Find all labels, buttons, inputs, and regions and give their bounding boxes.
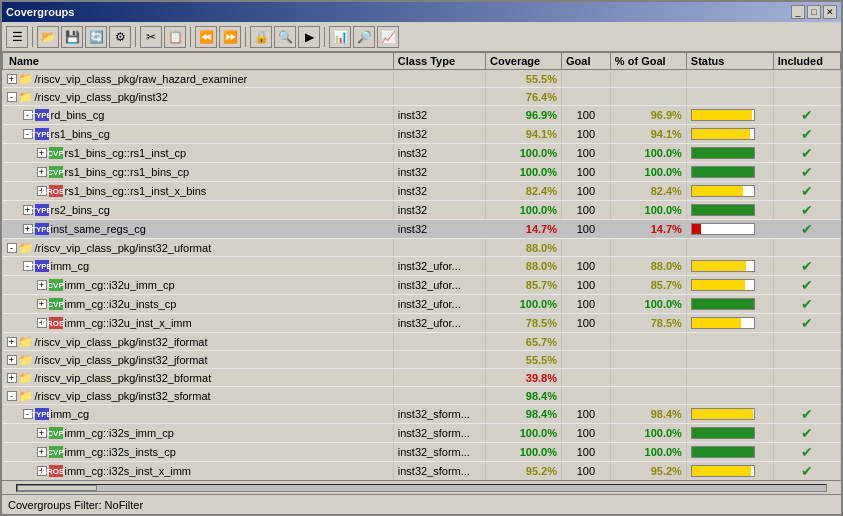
tb-copy-button[interactable]: 📋 (164, 26, 186, 48)
cell-class-type (393, 333, 485, 351)
table-row[interactable]: +📁/riscv_vip_class_pkg/inst32_iformat65.… (3, 333, 841, 351)
tb-redo-button[interactable]: ⏩ (219, 26, 241, 48)
tb-lock-button[interactable]: 🔒 (250, 26, 272, 48)
cell-included (773, 239, 840, 257)
table-row[interactable]: -📁/riscv_vip_class_pkg/inst32_sformat98.… (3, 387, 841, 405)
table-row[interactable]: -TYPEimm_cginst32_sform...98.4%10098.4%✔ (3, 405, 841, 424)
col-header-included[interactable]: Included (773, 53, 840, 70)
expand-button[interactable]: + (37, 148, 47, 158)
check-icon: ✔ (801, 202, 813, 218)
tb-menu-button[interactable]: ☰ (6, 26, 28, 48)
progress-bar (691, 204, 755, 216)
cell-name: +TYPErs2_bins_cg (3, 201, 394, 220)
col-header-status[interactable]: Status (686, 53, 773, 70)
cell-coverage: 78.5% (486, 314, 562, 333)
tb-search-button[interactable]: 🔍 (274, 26, 296, 48)
toolbar: ☰ 📂 💾 🔄 ⚙ ✂ 📋 ⏪ ⏩ 🔒 🔍 ▶ 📊 🔎 📈 (2, 22, 841, 52)
table-row[interactable]: -TYPErd_bins_cginst3296.9%10096.9%✔ (3, 106, 841, 125)
cell-status (686, 220, 773, 239)
tb-cut-button[interactable]: ✂ (140, 26, 162, 48)
table-row[interactable]: -TYPErs1_bins_cginst3294.1%10094.1%✔ (3, 125, 841, 144)
progress-bar (691, 446, 755, 458)
col-header-coverage[interactable]: Coverage (486, 53, 562, 70)
table-row[interactable]: -TYPEimm_cginst32_ufor...88.0%10088.0%✔ (3, 257, 841, 276)
tb-chart-button[interactable]: 📊 (329, 26, 351, 48)
table-row[interactable]: -📁/riscv_vip_class_pkg/inst3276.4% (3, 88, 841, 106)
table-row[interactable]: +TYPEinst_same_regs_cginst3214.7%10014.7… (3, 220, 841, 239)
cell-coverage: 65.7% (486, 333, 562, 351)
table-row[interactable]: +CVPrs1_bins_cg::rs1_inst_cpinst32100.0%… (3, 144, 841, 163)
expand-button[interactable]: + (7, 74, 17, 84)
table-row[interactable]: +TYPErs2_bins_cginst32100.0%100100.0%✔ (3, 201, 841, 220)
expand-button[interactable]: - (7, 243, 17, 253)
tb-run-button[interactable]: ▶ (298, 26, 320, 48)
folder-icon: 📁 (19, 335, 33, 349)
cell-class-type: inst32_ufor... (393, 257, 485, 276)
folder-icon: 📁 (19, 371, 33, 385)
tb-refresh-button[interactable]: 🔄 (85, 26, 107, 48)
table-row[interactable]: +📁/riscv_vip_class_pkg/inst32_jformat55.… (3, 351, 841, 369)
cell-pct-goal: 100.0% (610, 144, 686, 163)
tb-settings-button[interactable]: ⚙ (109, 26, 131, 48)
expand-button[interactable]: + (7, 355, 17, 365)
table-row[interactable]: +CROSSrs1_bins_cg::rs1_inst_x_binsinst32… (3, 182, 841, 201)
tb-save-button[interactable]: 💾 (61, 26, 83, 48)
cell-name: +📁/riscv_vip_class_pkg/inst32_jformat (3, 351, 394, 369)
table-row[interactable]: +CVPimm_cg::i32u_imm_cpinst32_ufor...85.… (3, 276, 841, 295)
table-row[interactable]: +CROSSimm_cg::i32u_inst_x_imminst32_ufor… (3, 314, 841, 333)
expand-button[interactable]: + (37, 428, 47, 438)
minimize-button[interactable]: _ (791, 5, 805, 19)
table-row[interactable]: +CVPimm_cg::i32s_insts_cpinst32_sform...… (3, 443, 841, 462)
cell-class-type: inst32 (393, 201, 485, 220)
cell-coverage: 88.0% (486, 239, 562, 257)
expand-button[interactable]: + (37, 167, 47, 177)
expand-button[interactable]: + (37, 299, 47, 309)
table-row[interactable]: +📁/riscv_vip_class_pkg/raw_hazard_examin… (3, 70, 841, 88)
expand-button[interactable]: + (7, 337, 17, 347)
folder-icon: 📁 (19, 72, 33, 86)
cell-included: ✔ (773, 106, 840, 125)
separator-1 (32, 27, 33, 47)
col-header-name[interactable]: Name (3, 53, 394, 70)
check-icon: ✔ (801, 444, 813, 460)
tb-undo-button[interactable]: ⏪ (195, 26, 217, 48)
cell-pct-goal (610, 88, 686, 106)
cell-name: +CROSSimm_cg::i32u_inst_x_imm (3, 314, 394, 333)
tb-open-button[interactable]: 📂 (37, 26, 59, 48)
close-button[interactable]: ✕ (823, 5, 837, 19)
cell-pct-goal: 100.0% (610, 424, 686, 443)
table-row[interactable]: +CROSSimm_cg::i32s_inst_x_imminst32_sfor… (3, 462, 841, 481)
expand-button[interactable]: - (7, 92, 17, 102)
cell-pct-goal: 95.2% (610, 462, 686, 481)
col-header-class[interactable]: Class Type (393, 53, 485, 70)
scrollbar-track[interactable] (16, 484, 827, 492)
table-row[interactable]: +CVPrs1_bins_cg::rs1_bins_cpinst32100.0%… (3, 163, 841, 182)
expand-button[interactable]: - (7, 391, 17, 401)
expand-button[interactable]: + (37, 447, 47, 457)
scrollbar-thumb[interactable] (17, 485, 97, 491)
cell-goal (562, 369, 611, 387)
progress-bar (691, 465, 755, 477)
cell-coverage: 100.0% (486, 443, 562, 462)
row-name-text: imm_cg (51, 408, 90, 420)
cell-name: +📁/riscv_vip_class_pkg/inst32_iformat (3, 333, 394, 351)
col-header-pct[interactable]: % of Goal (610, 53, 686, 70)
table-row[interactable]: +CVPimm_cg::i32u_insts_cpinst32_ufor...1… (3, 295, 841, 314)
cell-included (773, 351, 840, 369)
col-header-goal[interactable]: Goal (562, 53, 611, 70)
table-row[interactable]: +📁/riscv_vip_class_pkg/inst32_bformat39.… (3, 369, 841, 387)
expand-button[interactable]: + (37, 280, 47, 290)
expand-button[interactable]: + (7, 373, 17, 383)
check-icon: ✔ (801, 107, 813, 123)
progress-bar (691, 408, 755, 420)
maximize-button[interactable]: □ (807, 5, 821, 19)
tb-report-button[interactable]: 📈 (377, 26, 399, 48)
cell-class-type: inst32 (393, 182, 485, 201)
table-container[interactable]: Name Class Type Coverage Goal % of Goal (2, 52, 841, 480)
separator-2 (135, 27, 136, 47)
table-row[interactable]: +CVPimm_cg::i32s_imm_cpinst32_sform...10… (3, 424, 841, 443)
scrollbar-horizontal[interactable] (2, 480, 841, 494)
table-row[interactable]: -📁/riscv_vip_class_pkg/inst32_uformat88.… (3, 239, 841, 257)
tb-zoom-button[interactable]: 🔎 (353, 26, 375, 48)
cell-name: -TYPErs1_bins_cg (3, 125, 394, 144)
